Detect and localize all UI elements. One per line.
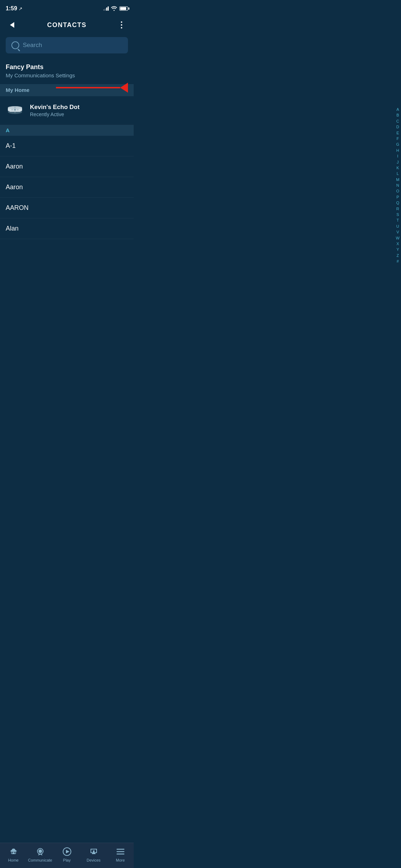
svg-point-8 bbox=[14, 112, 16, 113]
device-status: Recently Active bbox=[30, 112, 79, 117]
echo-dot-icon bbox=[6, 101, 24, 120]
contact-name: Aaron bbox=[6, 184, 23, 191]
letter-section-a: A bbox=[0, 125, 134, 136]
status-time: 1:59 bbox=[6, 5, 17, 12]
dot-icon bbox=[121, 27, 122, 29]
back-button[interactable] bbox=[6, 19, 19, 31]
contact-item[interactable]: Aaron bbox=[0, 156, 134, 177]
profile-section[interactable]: Fancy Pants My Communications Settings bbox=[0, 61, 134, 84]
dot-icon bbox=[121, 21, 122, 23]
my-home-section-header: My Home bbox=[0, 84, 134, 96]
back-chevron-icon bbox=[10, 22, 14, 28]
svg-point-5 bbox=[11, 109, 13, 110]
search-bar[interactable]: Search bbox=[6, 37, 128, 53]
letter-label-a: A bbox=[6, 127, 10, 133]
content-scroll: My Home Kevin's Echo Dot Recently Active bbox=[0, 84, 134, 268]
device-name: Kevin's Echo Dot bbox=[30, 104, 79, 111]
wifi-icon bbox=[111, 6, 117, 11]
battery-icon bbox=[119, 6, 128, 11]
svg-point-4 bbox=[14, 109, 16, 111]
contact-item[interactable]: A-1 bbox=[0, 136, 134, 156]
svg-point-6 bbox=[17, 109, 19, 110]
dot-icon bbox=[121, 24, 122, 26]
contact-name: Alan bbox=[6, 225, 19, 232]
device-info: Kevin's Echo Dot Recently Active bbox=[30, 104, 79, 117]
page-title: CONTACTS bbox=[47, 21, 87, 29]
search-icon bbox=[11, 41, 19, 49]
my-home-label: My Home bbox=[6, 87, 30, 93]
status-bar: 1:59 ↗ bbox=[0, 0, 134, 16]
signal-bars-icon bbox=[103, 6, 109, 11]
search-container: Search bbox=[0, 37, 134, 61]
contact-item[interactable]: Aaron bbox=[0, 177, 134, 198]
contact-item[interactable]: Alan bbox=[0, 218, 134, 239]
search-placeholder: Search bbox=[23, 42, 42, 49]
profile-subtitle: My Communications Settings bbox=[6, 72, 128, 78]
location-icon: ↗ bbox=[19, 6, 22, 11]
contact-name: AARON bbox=[6, 204, 29, 211]
contact-name: Aaron bbox=[6, 163, 23, 170]
device-item[interactable]: Kevin's Echo Dot Recently Active bbox=[0, 96, 134, 125]
contact-name: A-1 bbox=[6, 142, 16, 149]
svg-point-7 bbox=[14, 107, 16, 108]
status-icons bbox=[103, 6, 128, 11]
profile-name: Fancy Pants bbox=[6, 63, 128, 71]
header: CONTACTS bbox=[0, 16, 134, 37]
more-options-button[interactable] bbox=[115, 19, 128, 31]
contact-item[interactable]: AARON bbox=[0, 198, 134, 218]
